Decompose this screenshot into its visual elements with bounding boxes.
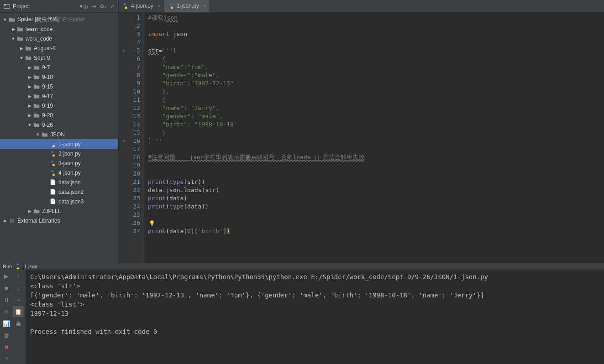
folder-9-20[interactable]: ▶9-20	[0, 110, 118, 120]
dump-button[interactable]: 📊	[1, 318, 12, 329]
editor-area: 4-json.py×1-json.py× 1234⊟56789101112131…	[119, 0, 604, 263]
file-2-json-py[interactable]: 2-json.py	[0, 149, 118, 158]
tree-path: E:\Spider	[63, 16, 85, 23]
tree-arrow[interactable]: ▶	[26, 84, 33, 89]
code-line-7[interactable]: "name":"Tom",	[148, 63, 604, 71]
file-1-json-py[interactable]: 1-json.py	[0, 139, 118, 149]
code-line-26[interactable]: 💡	[148, 219, 604, 227]
folder-work-code[interactable]: ▼work_code	[0, 34, 118, 43]
exit-button[interactable]: ⎋	[1, 306, 12, 317]
sidebar-header: Project ▼ ◎ ⇥ ⚙▾ ⤢	[0, 0, 118, 13]
folder-zjplll[interactable]: ▶ZJPLLL	[0, 206, 118, 216]
tree-label: data.json2	[58, 189, 84, 195]
tree-arrow[interactable]: ▼	[26, 123, 33, 127]
code-line-10[interactable]: },	[148, 88, 604, 96]
code-line-1[interactable]: #读取json	[148, 14, 604, 22]
folder-9-7[interactable]: ▶9-7	[0, 62, 118, 72]
code-line-20[interactable]	[148, 170, 604, 178]
up-button[interactable]: ↑	[13, 270, 24, 281]
trash-button[interactable]: 🗑	[1, 330, 12, 341]
tree-arrow[interactable]: ▶	[2, 218, 8, 223]
print-button[interactable]: 🖶	[13, 318, 24, 329]
tree-arrow[interactable]: ▶	[26, 113, 33, 118]
tree-arrow[interactable]: ▶	[26, 209, 33, 213]
tree-arrow[interactable]: ▼	[2, 17, 8, 22]
code-line-15[interactable]: }	[148, 129, 604, 137]
dropdown-icon[interactable]: ▼	[79, 4, 83, 9]
help-button[interactable]: ?	[1, 354, 12, 364]
down-button[interactable]: ↓	[13, 282, 24, 293]
code-line-21[interactable]: print(type(str))	[148, 178, 604, 186]
code-line-25[interactable]	[148, 211, 604, 219]
code-line-16[interactable]: ]'''	[148, 137, 604, 145]
folder-9-17[interactable]: ▶9-17	[0, 91, 118, 101]
collapse-icon[interactable]: ⇥	[91, 3, 96, 10]
folder-9-10[interactable]: ▶9-10	[0, 72, 118, 82]
rerun-button[interactable]: ▶	[1, 270, 12, 281]
code-line-17[interactable]	[148, 145, 604, 153]
close-red-button[interactable]: ✖	[1, 342, 12, 353]
code-line-24[interactable]: print(type(data))	[148, 203, 604, 211]
folder-august[interactable]: ▶August-8	[0, 43, 118, 53]
settings-icon[interactable]: ⚙▾	[100, 3, 106, 10]
tree-icon	[33, 208, 40, 215]
file-data-json2[interactable]: 📄data.json2	[0, 187, 118, 197]
code-line-11[interactable]: {	[148, 96, 604, 104]
folder-9-26[interactable]: ▼9-26	[0, 120, 118, 130]
code-line-14[interactable]: "birth": "1998-10-18"	[148, 120, 604, 129]
code-line-8[interactable]: "gender":"male",	[148, 71, 604, 79]
code-line-12[interactable]: "name": "Jerry",	[148, 104, 604, 112]
blank3	[13, 354, 24, 364]
tree-arrow[interactable]: ▼	[18, 56, 25, 60]
code-line-6[interactable]: {	[148, 55, 604, 63]
tab-1[interactable]: 1-json.py×	[164, 0, 210, 12]
run-label: Run	[3, 264, 12, 269]
tree-arrow[interactable]: ▶	[26, 104, 33, 108]
tree-label: Sept-9	[34, 55, 50, 61]
tree-arrow[interactable]: ▶	[18, 46, 25, 51]
file-3-json-py[interactable]: 3-json.py	[0, 158, 118, 168]
code-line-9[interactable]: "birth":"1997-12-13"	[148, 79, 604, 88]
code-line-3[interactable]: import json	[148, 30, 604, 38]
tree-arrow[interactable]: ▼	[35, 132, 41, 137]
hide-icon[interactable]: ⤢	[110, 3, 115, 10]
file-data-json3[interactable]: 📄data.json3	[0, 197, 118, 206]
file-4-json-py[interactable]: 4-json.py	[0, 168, 118, 177]
console-output[interactable]: C:\Users\Administrator\AppData\Local\Pro…	[26, 270, 604, 364]
close-tab-icon[interactable]: ×	[203, 3, 206, 9]
tree-icon	[49, 150, 57, 157]
code-line-4[interactable]	[148, 38, 604, 47]
code-line-5[interactable]: str='''[	[148, 47, 604, 55]
tree-arrow[interactable]: ▼	[10, 36, 16, 41]
tree-arrow[interactable]: ▶	[26, 75, 33, 79]
code-line-22[interactable]: data=json.loads(str)	[148, 186, 604, 194]
tree-label: data.json3	[58, 198, 84, 205]
code-line-27[interactable]: print(data[0]['birth'])	[148, 227, 604, 235]
external-libraries[interactable]: ▶⦀⦀External Libraries	[0, 216, 118, 225]
close-tab-icon[interactable]: ×	[158, 3, 160, 9]
folder-sept[interactable]: ▼Sept-9	[0, 53, 118, 62]
code-line-2[interactable]	[148, 22, 604, 30]
pause-button[interactable]: ⏸	[1, 294, 12, 305]
folder-9-15[interactable]: ▶9-15	[0, 82, 118, 91]
folder-json[interactable]: ▼JSON	[0, 130, 118, 139]
scroll-button[interactable]: 📋	[13, 306, 24, 317]
tree-arrow[interactable]: ▶	[26, 94, 33, 99]
folder-learn-code[interactable]: ▶learn_code	[0, 24, 118, 34]
tree-arrow[interactable]: ▶	[10, 27, 16, 31]
code-line-13[interactable]: "gender": "male",	[148, 112, 604, 120]
code-line-19[interactable]	[148, 161, 604, 170]
code-line-23[interactable]: print(data)	[148, 194, 604, 203]
file-data-json[interactable]: 📄data.json	[0, 177, 118, 187]
tree-arrow[interactable]: ▶	[26, 65, 33, 70]
stop-button[interactable]: ■	[1, 282, 12, 293]
sidebar-title[interactable]: Project	[13, 3, 77, 10]
folder-9-19[interactable]: ▶9-19	[0, 101, 118, 110]
code-line-18[interactable]: #注意问题 json字符串的表示需要用双引号，否则loads（）方法会解析失败	[148, 153, 604, 161]
target-icon[interactable]: ◎	[83, 3, 88, 10]
wrap-button[interactable]: ⤶	[13, 294, 24, 305]
tree-icon	[25, 45, 32, 52]
code[interactable]: #读取jsonimport jsonstr='''[ { "name":"Tom…	[144, 13, 604, 263]
project-root[interactable]: ▼Spider [爬虫代码]E:\Spider	[0, 15, 118, 24]
tab-0[interactable]: 4-json.py×	[119, 0, 164, 12]
